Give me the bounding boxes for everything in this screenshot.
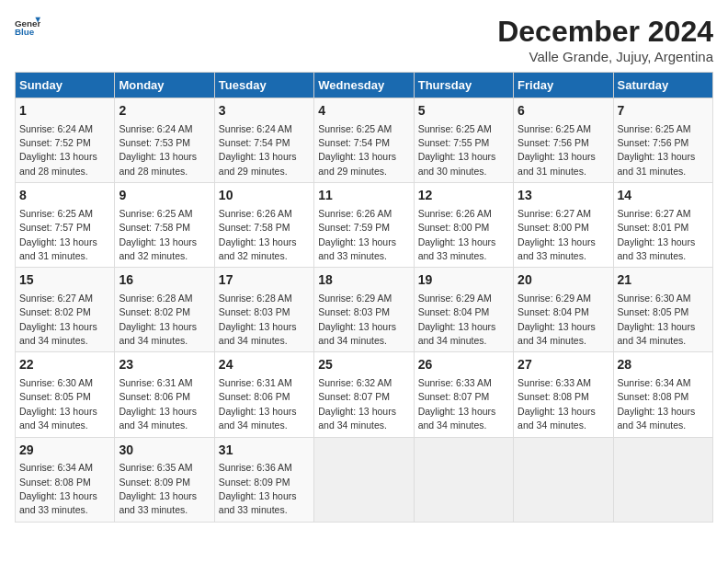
table-row: 18 Sunrise: 6:29 AMSunset: 8:03 PMDaylig… (314, 268, 414, 352)
table-row: 25 Sunrise: 6:32 AMSunset: 8:07 PMDaylig… (314, 352, 414, 437)
table-row: 23 Sunrise: 6:31 AMSunset: 8:06 PMDaylig… (115, 352, 214, 437)
day-info: Sunrise: 6:24 AMSunset: 7:54 PMDaylight:… (219, 123, 297, 177)
day-number: 30 (119, 442, 210, 460)
table-row: 12 Sunrise: 6:26 AMSunset: 8:00 PMDaylig… (414, 183, 513, 268)
table-row: 30 Sunrise: 6:35 AMSunset: 8:09 PMDaylig… (115, 437, 214, 522)
day-info: Sunrise: 6:25 AMSunset: 7:56 PMDaylight:… (518, 123, 596, 177)
calendar-week-row: 22 Sunrise: 6:30 AMSunset: 8:05 PMDaylig… (16, 352, 713, 437)
table-row (613, 437, 712, 522)
day-number: 5 (418, 102, 509, 121)
table-row: 17 Sunrise: 6:28 AMSunset: 8:03 PMDaylig… (214, 268, 313, 352)
day-number: 15 (19, 271, 110, 290)
header-wednesday: Wednesday (314, 73, 414, 98)
day-info: Sunrise: 6:24 AMSunset: 7:52 PMDaylight:… (19, 123, 97, 177)
day-number: 8 (19, 187, 110, 205)
table-row: 13 Sunrise: 6:27 AMSunset: 8:00 PMDaylig… (514, 183, 613, 268)
day-info: Sunrise: 6:24 AMSunset: 7:53 PMDaylight:… (119, 123, 197, 177)
table-row: 9 Sunrise: 6:25 AMSunset: 7:58 PMDayligh… (115, 183, 214, 268)
table-row: 24 Sunrise: 6:31 AMSunset: 8:06 PMDaylig… (214, 352, 313, 437)
day-info: Sunrise: 6:29 AMSunset: 8:04 PMDaylight:… (418, 293, 496, 346)
table-row: 16 Sunrise: 6:28 AMSunset: 8:02 PMDaylig… (115, 268, 214, 352)
day-number: 2 (119, 102, 210, 121)
header-friday: Friday (514, 73, 613, 98)
table-row: 29 Sunrise: 6:34 AMSunset: 8:08 PMDaylig… (16, 437, 115, 522)
day-info: Sunrise: 6:29 AMSunset: 8:03 PMDaylight:… (318, 293, 396, 346)
page-subtitle: Valle Grande, Jujuy, Argentina (497, 49, 713, 64)
header-sunday: Sunday (16, 73, 115, 98)
day-number: 29 (19, 442, 110, 460)
day-info: Sunrise: 6:33 AMSunset: 8:07 PMDaylight:… (418, 377, 496, 431)
day-number: 4 (318, 102, 409, 121)
day-info: Sunrise: 6:30 AMSunset: 8:05 PMDaylight:… (19, 377, 97, 431)
day-number: 1 (19, 102, 110, 121)
table-row: 28 Sunrise: 6:34 AMSunset: 8:08 PMDaylig… (613, 352, 712, 437)
day-info: Sunrise: 6:26 AMSunset: 7:58 PMDaylight:… (219, 208, 297, 261)
day-number: 19 (418, 271, 509, 290)
day-number: 31 (219, 442, 310, 460)
day-number: 22 (19, 356, 110, 374)
day-number: 28 (618, 356, 709, 374)
calendar-header-row: Sunday Monday Tuesday Wednesday Thursday… (16, 73, 713, 98)
day-number: 14 (618, 187, 709, 205)
table-row: 15 Sunrise: 6:27 AMSunset: 8:02 PMDaylig… (16, 268, 115, 352)
day-info: Sunrise: 6:27 AMSunset: 8:01 PMDaylight:… (618, 208, 696, 261)
day-info: Sunrise: 6:26 AMSunset: 7:59 PMDaylight:… (318, 208, 396, 261)
table-row: 11 Sunrise: 6:26 AMSunset: 7:59 PMDaylig… (314, 183, 414, 268)
table-row (314, 437, 414, 522)
day-number: 3 (219, 102, 310, 121)
table-row: 4 Sunrise: 6:25 AMSunset: 7:54 PMDayligh… (314, 98, 414, 183)
table-row: 22 Sunrise: 6:30 AMSunset: 8:05 PMDaylig… (16, 352, 115, 437)
day-number: 21 (618, 271, 709, 290)
day-number: 17 (219, 271, 310, 290)
day-info: Sunrise: 6:25 AMSunset: 7:57 PMDaylight:… (19, 208, 97, 261)
day-number: 9 (119, 187, 210, 205)
day-info: Sunrise: 6:27 AMSunset: 8:02 PMDaylight:… (19, 293, 97, 346)
table-row: 7 Sunrise: 6:25 AMSunset: 7:56 PMDayligh… (613, 98, 712, 183)
day-number: 6 (518, 102, 609, 121)
day-number: 12 (418, 187, 509, 205)
table-row: 2 Sunrise: 6:24 AMSunset: 7:53 PMDayligh… (115, 98, 214, 183)
table-row: 6 Sunrise: 6:25 AMSunset: 7:56 PMDayligh… (514, 98, 613, 183)
table-row: 8 Sunrise: 6:25 AMSunset: 7:57 PMDayligh… (16, 183, 115, 268)
day-number: 18 (318, 271, 409, 290)
day-info: Sunrise: 6:25 AMSunset: 7:55 PMDaylight:… (418, 123, 496, 177)
table-row: 27 Sunrise: 6:33 AMSunset: 8:08 PMDaylig… (514, 352, 613, 437)
title-area: December 2024 Valle Grande, Jujuy, Argen… (497, 15, 713, 64)
table-row: 3 Sunrise: 6:24 AMSunset: 7:54 PMDayligh… (214, 98, 313, 183)
day-info: Sunrise: 6:27 AMSunset: 8:00 PMDaylight:… (518, 208, 596, 261)
table-row (414, 437, 513, 522)
day-info: Sunrise: 6:25 AMSunset: 7:58 PMDaylight:… (119, 208, 197, 261)
table-row: 14 Sunrise: 6:27 AMSunset: 8:01 PMDaylig… (613, 183, 712, 268)
day-info: Sunrise: 6:25 AMSunset: 7:54 PMDaylight:… (318, 123, 396, 177)
table-row: 19 Sunrise: 6:29 AMSunset: 8:04 PMDaylig… (414, 268, 513, 352)
table-row: 21 Sunrise: 6:30 AMSunset: 8:05 PMDaylig… (613, 268, 712, 352)
logo-icon: General Blue (15, 15, 40, 40)
day-number: 25 (318, 356, 409, 374)
table-row: 31 Sunrise: 6:36 AMSunset: 8:09 PMDaylig… (214, 437, 313, 522)
day-info: Sunrise: 6:34 AMSunset: 8:08 PMDaylight:… (618, 377, 696, 431)
table-row: 20 Sunrise: 6:29 AMSunset: 8:04 PMDaylig… (514, 268, 613, 352)
table-row: 10 Sunrise: 6:26 AMSunset: 7:58 PMDaylig… (214, 183, 313, 268)
day-number: 20 (518, 271, 609, 290)
day-info: Sunrise: 6:35 AMSunset: 8:09 PMDaylight:… (119, 462, 197, 515)
day-info: Sunrise: 6:29 AMSunset: 8:04 PMDaylight:… (518, 293, 596, 346)
day-info: Sunrise: 6:25 AMSunset: 7:56 PMDaylight:… (618, 123, 696, 177)
calendar-week-row: 1 Sunrise: 6:24 AMSunset: 7:52 PMDayligh… (16, 98, 713, 183)
calendar-week-row: 8 Sunrise: 6:25 AMSunset: 7:57 PMDayligh… (16, 183, 713, 268)
table-row: 5 Sunrise: 6:25 AMSunset: 7:55 PMDayligh… (414, 98, 513, 183)
day-number: 23 (119, 356, 210, 374)
day-number: 27 (518, 356, 609, 374)
day-number: 11 (318, 187, 409, 205)
day-info: Sunrise: 6:30 AMSunset: 8:05 PMDaylight:… (618, 293, 696, 346)
logo: General Blue (15, 15, 40, 40)
day-number: 26 (418, 356, 509, 374)
table-row: 26 Sunrise: 6:33 AMSunset: 8:07 PMDaylig… (414, 352, 513, 437)
day-info: Sunrise: 6:36 AMSunset: 8:09 PMDaylight:… (219, 462, 297, 515)
day-info: Sunrise: 6:34 AMSunset: 8:08 PMDaylight:… (19, 462, 97, 515)
calendar-week-row: 15 Sunrise: 6:27 AMSunset: 8:02 PMDaylig… (16, 268, 713, 352)
day-number: 16 (119, 271, 210, 290)
day-info: Sunrise: 6:31 AMSunset: 8:06 PMDaylight:… (119, 377, 197, 431)
header: General Blue December 2024 Valle Grande,… (15, 15, 713, 64)
day-number: 13 (518, 187, 609, 205)
table-row: 1 Sunrise: 6:24 AMSunset: 7:52 PMDayligh… (16, 98, 115, 183)
